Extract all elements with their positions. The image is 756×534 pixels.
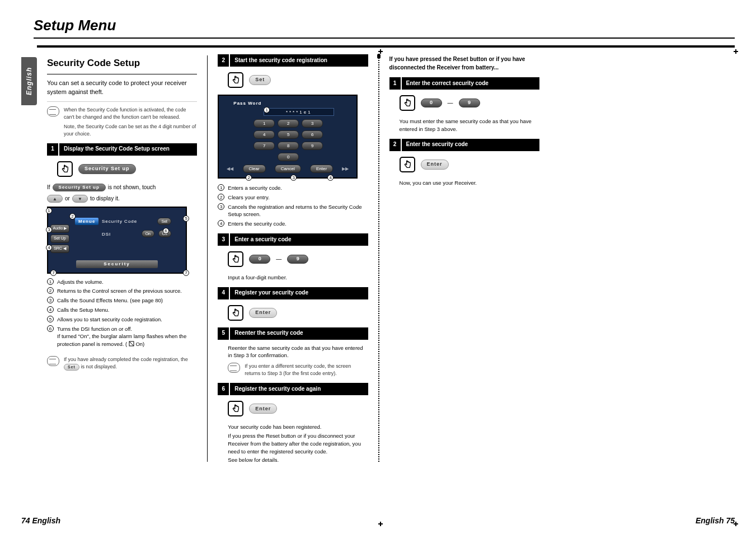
text: to display it. (90, 195, 120, 203)
dash: — (276, 255, 281, 264)
key-0[interactable]: 0 (278, 153, 299, 161)
cancel-button[interactable]: Cancel (275, 165, 301, 173)
language-tab: English (21, 57, 37, 105)
digit-9-key[interactable]: 9 (459, 99, 480, 107)
section-title: Security Code Setup (47, 57, 197, 71)
callout-5: 5 (183, 216, 189, 222)
registration-mark-icon (378, 522, 383, 526)
divider (47, 74, 197, 74)
note-icon (47, 356, 59, 366)
note-icon (47, 106, 59, 116)
step-title: Enter a security code (230, 233, 368, 246)
screen-footer: Security (76, 260, 158, 268)
key-3[interactable]: 3 (302, 119, 323, 128)
column-4-blank (550, 48, 735, 470)
step-number: 5 (218, 327, 230, 340)
screen-set-button[interactable]: Set (157, 218, 171, 225)
step-title: Enter the correct security code (402, 77, 539, 90)
touch-icon (228, 401, 243, 416)
callout-1: 1 (46, 208, 52, 214)
page-number-right: English 75 (696, 516, 735, 525)
key-7[interactable]: 7 (253, 142, 275, 150)
step-number: 4 (218, 287, 230, 299)
text: If (47, 184, 50, 192)
screen-menu-chip: Menue (75, 218, 98, 226)
touch-instruction: 0 — 9 (400, 95, 539, 111)
page-title: Setup Menu (34, 17, 735, 34)
step-title: Register the security code again (230, 383, 368, 395)
key-5[interactable]: 5 (278, 130, 299, 139)
manual-spread: Setup Menu English Security Code Setup Y… (0, 0, 756, 534)
text: or (65, 195, 70, 203)
touch-instruction: Enter (228, 305, 368, 321)
key-6[interactable]: 6 (302, 130, 323, 139)
key-4[interactable]: 4 (253, 130, 275, 139)
step-header: 3 Enter a security code (218, 233, 368, 246)
enter-button[interactable]: Enter (310, 165, 333, 173)
content-columns: Security Code Setup You can set a securi… (37, 45, 735, 470)
step-number: 2 (218, 54, 230, 67)
screen-audio-button[interactable]: Audio ▶ (50, 224, 69, 233)
key-2[interactable]: 2 (278, 119, 299, 128)
column-3: If you have pressed the Reset button or … (379, 48, 550, 470)
digit-9-key[interactable]: 9 (287, 255, 308, 264)
callout-2: 2 (246, 175, 252, 181)
key-9[interactable]: 9 (302, 142, 323, 150)
arrow-up-button[interactable]: ▲ (47, 195, 63, 203)
touch-icon (228, 72, 243, 88)
callout-7: 7 (50, 270, 57, 276)
arrow-down-button[interactable]: ▼ (72, 195, 88, 203)
list-item: Cancels the registration and returns to … (228, 203, 368, 219)
screen-mock-security: Audio ▶ Set Up SRC ◀ Menue Security Code… (47, 207, 187, 274)
column-2: 2 Start the security code registration S… (208, 48, 378, 470)
screen-src-button[interactable]: SRC ◀ (50, 245, 69, 253)
touch-icon (228, 251, 243, 267)
body-text: Now, you can use your Receiver. (400, 179, 539, 187)
digit-0-key[interactable]: 0 (421, 99, 442, 107)
touch-instruction: Security Set up (57, 161, 197, 177)
callout-2: 2 (69, 213, 76, 219)
callout-6: 6 (163, 228, 169, 234)
intro-text: You can set a security code to protect y… (47, 79, 197, 97)
callout-list: 1Enters a security code. 2Clears your en… (218, 184, 368, 228)
step-header: 6 Register the security code again (218, 383, 368, 395)
callout-4: 4 (327, 175, 334, 181)
passwd-label: Pass Word (233, 100, 261, 107)
callout-3: 3 (290, 175, 297, 181)
enter-button[interactable]: Enter (249, 308, 277, 318)
screen-on-button[interactable]: On (142, 230, 154, 237)
note-block: When the Security Code function is activ… (47, 106, 197, 138)
list-item: Clears your entry. (228, 194, 269, 202)
enter-button[interactable]: Enter (421, 160, 449, 170)
step-title: Reenter the security code (230, 327, 368, 340)
body-text: If you press the Reset button or if you … (228, 432, 368, 455)
screen-setup-button[interactable]: Set Up (50, 235, 69, 243)
enter-button[interactable]: Enter (249, 404, 277, 414)
touch-icon (228, 305, 243, 321)
list-item: Enters a security code. (228, 184, 282, 192)
security-setup-button[interactable]: Security Set up (78, 164, 136, 174)
body-text: See below for details. (228, 456, 368, 464)
note-block: If you enter a different security code, … (228, 363, 368, 377)
step-header: 2 Start the security code registration (218, 54, 368, 67)
screen-mock-keypad: Pass Word ****1e1 1 2 3 4 5 6 7 8 9 0 (218, 95, 358, 179)
key-8[interactable]: 8 (278, 142, 299, 150)
step-title: Enter the security code (402, 139, 539, 151)
note-text: When the Security Code function is activ… (64, 106, 197, 121)
digit-0-key[interactable]: 0 (249, 255, 270, 264)
note-block: If you have already completed the code r… (47, 356, 197, 371)
column-1: Security Code Setup You can set a securi… (37, 48, 207, 470)
security-setup-button-small[interactable]: Security Set up (53, 184, 106, 191)
clear-button[interactable]: Clear (243, 165, 266, 173)
set-chip: Set (64, 364, 79, 371)
body-text: You must enter the same security code as… (400, 118, 539, 133)
key-1[interactable]: 1 (253, 119, 275, 128)
set-button[interactable]: Set (249, 75, 271, 85)
dash: — (448, 99, 453, 107)
lead-text: If you have pressed the Reset button or … (389, 55, 539, 72)
step-number: 6 (218, 383, 230, 395)
note-text: If you enter a different security code, … (245, 363, 368, 377)
step-number: 2 (389, 139, 402, 151)
touch-icon (57, 161, 73, 177)
step-number: 3 (218, 233, 230, 246)
